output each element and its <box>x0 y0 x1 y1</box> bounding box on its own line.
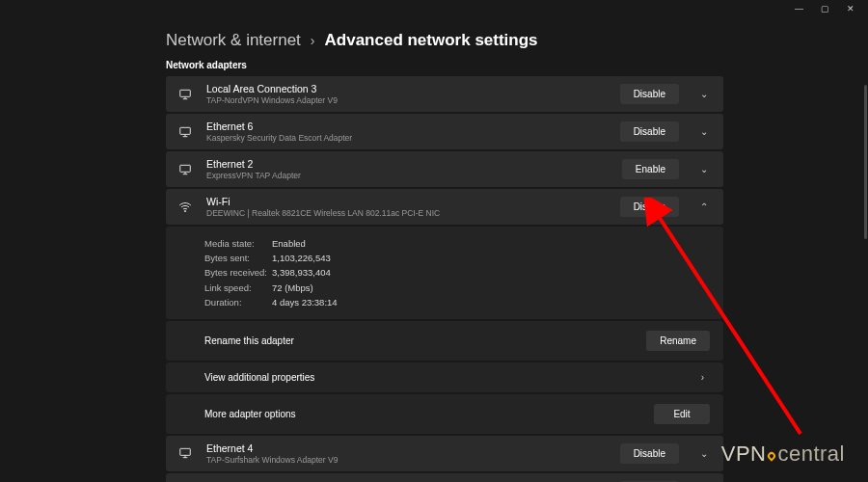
chevron-right-icon: › <box>311 33 315 48</box>
chevron-right-icon: › <box>695 372 710 383</box>
breadcrumb-parent[interactable]: Network & internet <box>166 31 301 50</box>
monitor-icon <box>177 124 193 140</box>
detail-label: Bytes sent: <box>204 251 272 265</box>
detail-row: Media state: Enabled <box>204 236 712 251</box>
edit-button[interactable]: Edit <box>654 404 710 424</box>
rename-label: Rename this adapter <box>204 335 646 346</box>
adapter-row[interactable]: Local Area Connection 3 TAP-NordVPN Wind… <box>166 76 723 112</box>
rename-adapter-row[interactable]: Rename this adapter Rename <box>166 321 723 361</box>
adapter-desc: TAP-NordVPN Windows Adapter V9 <box>206 95 620 105</box>
close-button[interactable]: ✕ <box>847 4 854 13</box>
wifi-details: Media state: Enabled Bytes sent: 1,103,2… <box>166 227 723 319</box>
chevron-up-icon[interactable]: ⌃ <box>694 201 714 212</box>
adapter-info: Ethernet 2 ExpressVPN TAP Adapter <box>206 158 622 180</box>
disable-button[interactable]: Disable <box>620 443 679 464</box>
watermark-text: central <box>777 442 845 467</box>
view-properties-label: View additional properties <box>204 372 695 383</box>
adapter-info: Ethernet 4 TAP-Surfshark Windows Adapter… <box>206 442 620 465</box>
adapter-row[interactable]: Ethernet 4 TAP-Surfshark Windows Adapter… <box>166 436 723 471</box>
adapter-row[interactable]: Ethernet 6 Kaspersky Security Data Escor… <box>166 114 723 149</box>
adapter-name: Wi-Fi <box>206 196 620 207</box>
view-properties-row[interactable]: View additional properties › <box>166 362 723 392</box>
detail-row: Bytes sent: 1,103,226,543 <box>204 251 712 265</box>
detail-label: Media state: <box>204 236 272 251</box>
adapter-row[interactable]: Ethernet 2 ExpressVPN TAP Adapter Enable… <box>166 151 723 187</box>
more-options-row[interactable]: More adapter options Edit <box>166 394 723 434</box>
detail-value: 72 (Mbps) <box>272 281 313 295</box>
wifi-expanded-panel: Media state: Enabled Bytes sent: 1,103,2… <box>166 227 723 434</box>
disable-button[interactable]: Disable <box>620 121 679 142</box>
wifi-icon <box>177 200 193 215</box>
detail-value: Enabled <box>272 236 306 251</box>
svg-rect-0 <box>180 90 191 96</box>
monitor-icon <box>177 445 193 461</box>
chevron-down-icon[interactable]: ⌄ <box>694 126 714 137</box>
svg-point-9 <box>184 210 185 211</box>
detail-label: Link speed: <box>204 281 272 295</box>
page-title: Advanced network settings <box>325 31 538 50</box>
breadcrumb: Network & internet › Advanced network se… <box>166 31 733 50</box>
adapter-name: Ethernet 4 <box>206 442 620 454</box>
disable-button[interactable]: Disable <box>620 84 679 104</box>
detail-value: 3,398,933,404 <box>272 265 331 280</box>
watermark-text: VPN <box>721 442 767 467</box>
window-titlebar: — ▢ ✕ <box>0 0 868 17</box>
adapter-desc: ExpressVPN TAP Adapter <box>206 171 622 180</box>
chevron-down-icon[interactable]: ⌄ <box>694 89 714 99</box>
adapter-row[interactable]: Bluetooth Network Connection Bluetooth D… <box>166 473 723 482</box>
adapter-name: Ethernet 6 <box>206 120 620 132</box>
settings-page: Network & internet › Advanced network se… <box>0 17 733 482</box>
pin-icon <box>767 450 777 461</box>
chevron-down-icon[interactable]: ⌄ <box>694 164 714 174</box>
detail-value: 4 days 23:38:14 <box>272 295 338 309</box>
detail-value: 1,103,226,543 <box>272 251 331 265</box>
enable-button[interactable]: Enable <box>622 159 679 179</box>
more-options-label: More adapter options <box>204 409 654 419</box>
svg-rect-6 <box>180 165 191 172</box>
adapter-desc: TAP-Surfshark Windows Adapter V9 <box>206 455 620 465</box>
svg-rect-10 <box>180 449 191 456</box>
scrollbar-track[interactable] <box>862 17 868 482</box>
rename-button[interactable]: Rename <box>646 331 710 351</box>
adapter-info: Local Area Connection 3 TAP-NordVPN Wind… <box>206 83 620 105</box>
detail-row: Link speed: 72 (Mbps) <box>204 281 712 295</box>
watermark: VPN central <box>721 442 845 467</box>
adapter-info: Wi-Fi DEEWINC | Realtek 8821CE Wireless … <box>206 196 620 218</box>
scrollbar-thumb[interactable] <box>864 85 867 239</box>
detail-label: Duration: <box>204 295 272 309</box>
section-heading: Network adapters <box>166 60 733 70</box>
detail-row: Bytes received: 3,398,933,404 <box>204 265 712 280</box>
adapter-desc: DEEWINC | Realtek 8821CE Wireless LAN 80… <box>206 208 620 218</box>
adapter-list: Local Area Connection 3 TAP-NordVPN Wind… <box>166 76 723 482</box>
maximize-button[interactable]: ▢ <box>821 4 829 13</box>
detail-label: Bytes received: <box>204 265 272 280</box>
minimize-button[interactable]: — <box>795 4 803 13</box>
adapter-desc: Kaspersky Security Data Escort Adapter <box>206 133 620 143</box>
svg-rect-3 <box>180 127 191 134</box>
disable-button[interactable]: Disable <box>620 197 679 217</box>
detail-row: Duration: 4 days 23:38:14 <box>204 295 712 309</box>
monitor-icon <box>177 162 193 177</box>
adapter-info: Ethernet 6 Kaspersky Security Data Escor… <box>206 120 620 143</box>
monitor-icon <box>177 87 193 102</box>
adapter-name: Ethernet 2 <box>206 158 622 170</box>
chevron-down-icon[interactable]: ⌄ <box>694 448 714 459</box>
adapter-row-wifi[interactable]: Wi-Fi DEEWINC | Realtek 8821CE Wireless … <box>166 189 723 225</box>
adapter-name: Local Area Connection 3 <box>206 83 620 94</box>
